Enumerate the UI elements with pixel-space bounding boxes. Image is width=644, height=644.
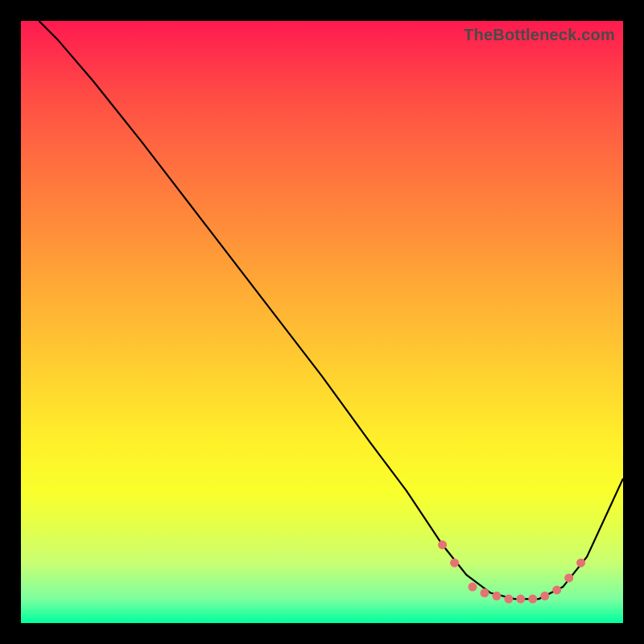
marker-dot <box>492 592 501 601</box>
marker-dot <box>564 573 573 582</box>
bottleneck-curve <box>39 21 623 599</box>
marker-dot <box>516 595 525 604</box>
marker-dot <box>504 595 513 604</box>
curve-layer <box>21 21 623 623</box>
plot-area: TheBottleneck.com <box>21 21 623 623</box>
marker-dot <box>528 595 537 604</box>
marker-dot <box>469 583 477 592</box>
marker-dot <box>552 585 561 594</box>
marker-dot <box>450 559 459 568</box>
marker-dot <box>540 592 549 601</box>
marker-dot <box>576 559 585 568</box>
chart-container: TheBottleneck.com <box>0 0 644 644</box>
marker-dot <box>481 588 489 597</box>
marker-dot <box>438 540 447 549</box>
marker-cluster <box>438 540 585 603</box>
